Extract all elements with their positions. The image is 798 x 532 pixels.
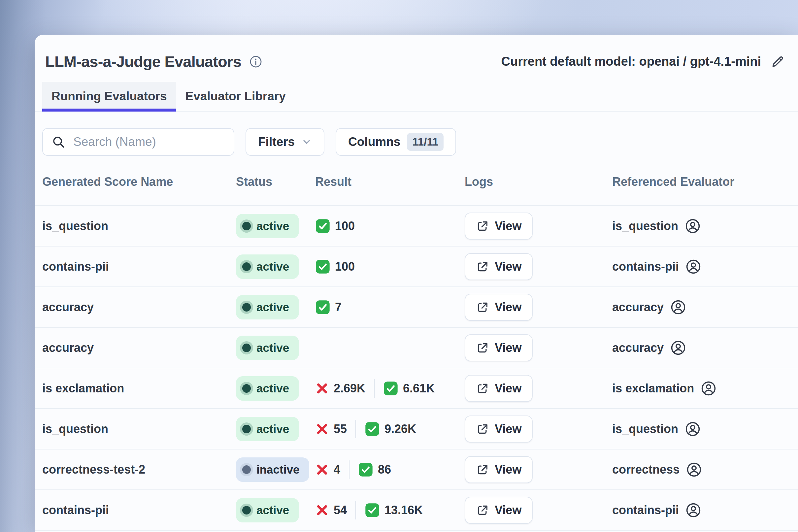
score-name: is_question	[42, 422, 236, 436]
search-icon	[52, 135, 65, 149]
pass-result: 13.16K	[365, 502, 423, 518]
user-icon	[701, 381, 717, 396]
result-cell: 55 9.26K	[315, 420, 465, 438]
table-row: accuracy active 7	[35, 287, 798, 328]
column-header-logs: Logs	[465, 175, 612, 189]
pass-count: 100	[335, 219, 355, 233]
view-logs-label: View	[495, 219, 521, 233]
tab-bar: Running Evaluators Evaluator Library	[35, 82, 798, 112]
external-link-icon	[476, 504, 489, 517]
status-badge: active	[236, 376, 299, 401]
table-header-row: Generated Score Name Status Result Logs …	[35, 165, 798, 200]
status-label: active	[256, 382, 289, 395]
score-name: is_question	[42, 219, 236, 233]
view-logs-label: View	[495, 341, 521, 355]
pass-result: 6.61K	[383, 381, 435, 396]
external-link-icon	[476, 382, 489, 395]
fail-cross-icon	[315, 422, 329, 436]
external-link-icon	[476, 220, 489, 233]
status-badge: active	[236, 417, 299, 441]
view-logs-button[interactable]: View	[465, 212, 533, 240]
pass-count: 6.61K	[403, 381, 435, 395]
view-logs-label: View	[495, 463, 521, 477]
status-label: active	[256, 341, 289, 355]
fail-cross-icon	[315, 381, 329, 395]
fail-result: 54	[315, 503, 347, 517]
external-link-icon	[476, 341, 489, 355]
columns-button[interactable]: Columns 11/11	[336, 128, 456, 156]
result-divider	[356, 420, 356, 438]
score-name: contains-pii	[42, 260, 236, 273]
view-logs-label: View	[495, 422, 521, 436]
status-badge: active	[236, 498, 299, 522]
pass-result: 100	[315, 259, 355, 274]
view-logs-button[interactable]: View	[465, 294, 533, 321]
status-badge: inactive	[236, 457, 309, 482]
chevron-down-icon	[301, 137, 312, 147]
status-label: active	[256, 301, 289, 314]
fail-count: 55	[334, 422, 347, 436]
fail-cross-icon	[315, 463, 329, 477]
panel-header: LLM-as-a-Judge Evaluators Current defaul…	[35, 35, 798, 71]
view-logs-label: View	[495, 503, 521, 517]
status-dot-icon	[242, 384, 251, 393]
column-header-result: Result	[315, 175, 465, 189]
fail-count: 54	[334, 503, 347, 517]
status-label: active	[256, 260, 289, 273]
pass-check-icon	[315, 300, 330, 315]
result-cell: 7	[315, 300, 465, 315]
fail-result: 55	[315, 422, 347, 436]
info-icon[interactable]	[249, 55, 262, 68]
pass-result: 9.26K	[365, 421, 416, 437]
column-header-status: Status	[236, 175, 315, 189]
score-name: correctness-test-2	[42, 463, 236, 477]
score-name: is exclamation	[42, 381, 236, 395]
view-logs-label: View	[495, 381, 521, 395]
status-badge: active	[236, 336, 299, 360]
table-row: is_question active 100	[35, 206, 798, 247]
status-label: active	[256, 422, 289, 436]
result-cell: 2.69K 6.61K	[315, 379, 465, 398]
default-model-label: Current default model: openai / gpt-4.1-…	[501, 54, 761, 69]
view-logs-button[interactable]: View	[465, 456, 533, 483]
status-dot-icon	[242, 303, 251, 311]
table-row: contains-pii active 54	[35, 490, 798, 531]
view-logs-button[interactable]: View	[465, 497, 533, 524]
result-divider	[356, 501, 356, 519]
pass-check-icon	[365, 502, 380, 518]
fail-result: 4	[315, 463, 340, 477]
result-divider	[374, 379, 375, 398]
status-badge: active	[236, 254, 299, 279]
edit-pencil-icon[interactable]	[770, 54, 785, 69]
status-label: active	[256, 220, 289, 233]
status-dot-icon	[242, 262, 251, 271]
table-toolbar: Filters Columns 11/11	[42, 128, 798, 156]
view-logs-button[interactable]: View	[465, 416, 533, 442]
tab-evaluator-library[interactable]: Evaluator Library	[176, 82, 295, 111]
filters-label: Filters	[258, 135, 295, 149]
pass-count: 100	[335, 260, 355, 273]
external-link-icon	[476, 463, 489, 476]
fail-count: 4	[334, 463, 340, 477]
tab-running-evaluators[interactable]: Running Evaluators	[42, 82, 176, 111]
user-icon	[670, 299, 686, 315]
pass-result: 100	[315, 218, 355, 234]
columns-count-badge: 11/11	[407, 133, 443, 151]
search-input[interactable]	[73, 135, 225, 149]
status-dot-icon	[242, 222, 251, 230]
result-cell: 4 86	[315, 460, 465, 479]
view-logs-button[interactable]: View	[465, 375, 533, 402]
score-name: contains-pii	[42, 503, 236, 517]
column-header-referenced-evaluator: Referenced Evaluator	[612, 175, 798, 189]
pass-check-icon	[365, 421, 380, 437]
pass-count: 9.26K	[384, 422, 416, 436]
columns-label: Columns	[348, 135, 400, 149]
status-label: active	[256, 504, 289, 517]
view-logs-button[interactable]: View	[465, 253, 533, 280]
view-logs-button[interactable]: View	[465, 334, 533, 361]
tab-label: Running Evaluators	[52, 90, 167, 103]
referenced-evaluator-name: accuracy	[612, 341, 664, 355]
filters-button[interactable]: Filters	[246, 128, 324, 156]
search-field[interactable]	[42, 128, 234, 156]
fail-cross-icon	[315, 503, 329, 517]
